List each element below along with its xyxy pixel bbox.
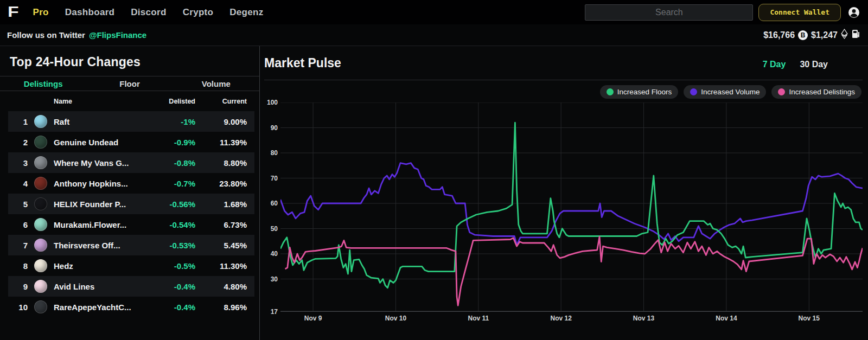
chart-legend: Increased Floors Increased Volume Increa… <box>264 85 861 99</box>
pink-dot-icon <box>778 88 785 95</box>
table-row[interactable]: 8 Hedz -0.5% 11.30% <box>8 255 254 276</box>
menu-item-degenz[interactable]: Degenz <box>229 7 263 18</box>
table-row[interactable]: 5 HELIX Founder P... -0.56% 1.68% <box>8 194 254 214</box>
legend-label: Increased Volume <box>701 88 760 96</box>
tab-delistings[interactable]: Delistings <box>0 79 86 88</box>
y-axis-labels: 10090 8070 6050 4030 17 <box>264 102 280 312</box>
menu-item-discord[interactable]: Discord <box>131 7 166 18</box>
collection-name[interactable]: Where My Vans G... <box>50 158 144 168</box>
collection-name[interactable]: Anthony Hopkins... <box>50 179 144 188</box>
collection-name[interactable]: Murakami.Flower... <box>50 220 144 229</box>
x-axis-labels: Nov 9Nov 10 Nov 11Nov 12 Nov 13Nov 14 No… <box>280 312 863 324</box>
menu-item-crypto[interactable]: Crypto <box>183 7 214 18</box>
collection-name[interactable]: RareApepeYachtC... <box>50 303 144 312</box>
menu-item-pro[interactable]: Pro <box>33 7 49 18</box>
avatar <box>34 115 47 128</box>
period-30day[interactable]: 30 Day <box>800 60 828 69</box>
collection-name[interactable]: HELIX Founder P... <box>50 200 144 209</box>
market-pulse-chart[interactable] <box>280 102 863 312</box>
rank: 5 <box>14 200 28 209</box>
top-changes-title: Top 24-Hour Changes <box>10 55 259 69</box>
main-content: Top 24-Hour Changes Delistings Floor Vol… <box>0 46 868 340</box>
table-row[interactable]: 9 Avid Lines -0.4% 4.80% <box>8 276 254 297</box>
avatar <box>34 156 47 169</box>
market-pulse-panel: Market Pulse 7 Day 30 Day Increased Floo… <box>260 46 868 340</box>
legend-label: Increased Floors <box>617 88 672 96</box>
rank: 10 <box>14 303 28 312</box>
rank: 2 <box>14 138 28 147</box>
changes-tabs: Delistings Floor Volume <box>0 76 259 91</box>
collection-name[interactable]: Genuine Undead <box>50 138 144 147</box>
table-row[interactable]: 1 Raft -1% 9.00% <box>8 111 254 132</box>
eth-price: $1,247 <box>811 30 838 40</box>
plot <box>280 102 863 312</box>
follow-text: Follow us on Twitter <box>7 30 85 40</box>
divider <box>264 80 863 80</box>
user-account-icon[interactable] <box>847 6 860 19</box>
rank: 4 <box>14 179 28 188</box>
current-value: 11.39% <box>195 138 247 147</box>
floors-line <box>280 123 863 288</box>
menu-item-dashboard[interactable]: Dashboard <box>65 7 115 18</box>
connect-wallet-button[interactable]: Connect Wallet <box>758 4 841 21</box>
delisted-value: -1% <box>144 117 195 126</box>
table-row[interactable]: 4 Anthony Hopkins... -0.7% 23.80% <box>8 173 254 194</box>
period-7day[interactable]: 7 Day <box>763 60 786 69</box>
top-changes-panel: Top 24-Hour Changes Delistings Floor Vol… <box>0 46 260 340</box>
delisted-value: -0.53% <box>144 241 195 250</box>
avatar <box>34 259 47 272</box>
delistings-line <box>285 236 863 305</box>
column-name: Name <box>50 98 144 105</box>
current-value: 4.80% <box>195 282 247 291</box>
period-toggle: 7 Day 30 Day <box>763 60 863 69</box>
search-input[interactable] <box>585 4 753 21</box>
collection-name[interactable]: Theirsverse Off... <box>50 241 144 250</box>
table-row[interactable]: 6 Murakami.Flower... -0.54% 6.73% <box>8 214 254 235</box>
delisted-value: -0.56% <box>144 200 195 209</box>
delisted-value: -0.4% <box>144 282 195 291</box>
volume-line <box>280 163 863 245</box>
chart-area: 10090 8070 6050 4030 17 <box>264 102 863 312</box>
eth-icon <box>841 29 848 41</box>
table-row[interactable]: 10 RareApepeYachtC... -0.4% 8.96% <box>8 297 254 317</box>
column-delisted: Delisted <box>144 98 195 105</box>
avatar <box>34 280 47 293</box>
delisted-value: -0.5% <box>144 261 195 271</box>
table-row[interactable]: 3 Where My Vans G... -0.8% 8.80% <box>8 152 254 173</box>
legend-increased-floors[interactable]: Increased Floors <box>600 85 679 99</box>
collection-name[interactable]: Hedz <box>50 261 144 271</box>
gas-icon <box>851 29 861 41</box>
legend-increased-delistings[interactable]: Increased Delistings <box>771 85 861 99</box>
top-nav: F Pro Dashboard Discord Crypto Degenz Co… <box>0 0 868 24</box>
gridlines <box>280 102 863 312</box>
collection-name[interactable]: Raft <box>50 117 144 126</box>
collection-name[interactable]: Avid Lines <box>50 282 144 291</box>
avatar <box>34 197 47 210</box>
tab-volume[interactable]: Volume <box>173 79 259 88</box>
current-value: 8.80% <box>195 158 247 168</box>
rank: 9 <box>14 282 28 291</box>
rank: 7 <box>14 241 28 250</box>
rank: 3 <box>14 158 28 168</box>
delisted-value: -0.9% <box>144 138 195 147</box>
avatar <box>34 218 47 231</box>
rank: 8 <box>14 261 28 271</box>
delisted-value: -0.4% <box>144 303 195 312</box>
avatar <box>34 177 47 190</box>
delisted-value: -0.8% <box>144 158 195 168</box>
current-value: 5.45% <box>195 241 247 250</box>
market-pulse-title: Market Pulse <box>264 56 341 70</box>
changes-table: 1 Raft -1% 9.00% 2 Genuine Undead -0.9% … <box>0 111 259 317</box>
table-row[interactable]: 2 Genuine Undead -0.9% 11.39% <box>8 132 254 152</box>
flips-logo[interactable]: F <box>8 4 19 21</box>
current-value: 9.00% <box>195 117 247 126</box>
green-dot-icon <box>607 88 614 95</box>
current-value: 11.30% <box>195 261 247 271</box>
avatar <box>34 239 47 252</box>
twitter-handle-link[interactable]: @FlipsFinance <box>89 30 146 40</box>
current-value: 6.73% <box>195 220 247 229</box>
current-value: 1.68% <box>195 200 247 209</box>
tab-floor[interactable]: Floor <box>86 79 173 88</box>
table-row[interactable]: 7 Theirsverse Off... -0.53% 5.45% <box>8 235 254 255</box>
legend-increased-volume[interactable]: Increased Volume <box>684 85 766 99</box>
